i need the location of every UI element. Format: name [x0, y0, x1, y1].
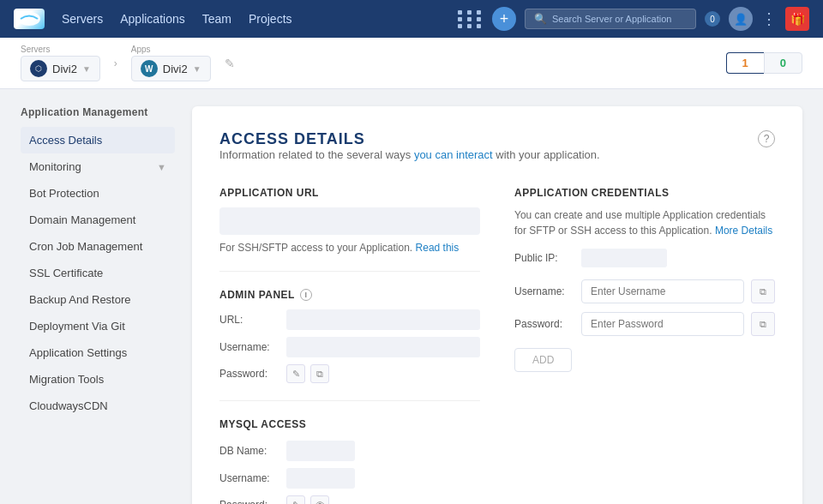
status-counters: 1 0 — [726, 52, 802, 74]
user-avatar[interactable]: 👤 — [729, 7, 753, 31]
username-input-row: Username: ⧉ — [514, 279, 775, 303]
sidebar-item-label: Access Details — [29, 134, 102, 147]
server-dropdown-icon: ▼ — [82, 64, 91, 74]
password-input[interactable] — [581, 312, 744, 336]
nav-projects[interactable]: Projects — [249, 12, 292, 26]
sidebar-item-cloudways-cdn[interactable]: CloudwaysCDN — [21, 393, 175, 419]
admin-url-value — [286, 309, 480, 330]
two-column-layout: APPLICATION URL For SSH/SFTP access to y… — [219, 187, 775, 504]
search-icon: 🔍 — [534, 13, 547, 25]
search-placeholder: Search Server or Application — [552, 14, 671, 24]
chevron-down-icon: ▼ — [157, 162, 166, 172]
breadcrumb-arrow: › — [114, 57, 117, 69]
sidebar-item-backup[interactable]: Backup And Restore — [21, 286, 175, 313]
admin-username-label: Username: — [219, 341, 279, 353]
app-selector[interactable]: W Divi2 ▼ — [131, 56, 211, 81]
sidebar-item-label: Deployment Via Git — [29, 320, 125, 333]
mysql-password-edit-icon[interactable]: ✎ — [286, 495, 305, 504]
nav-team[interactable]: Team — [202, 12, 231, 26]
sidebar-item-app-settings[interactable]: Application Settings — [21, 339, 175, 366]
sidebar-item-cron-job[interactable]: Cron Job Management — [21, 233, 175, 260]
wordpress-icon: W — [141, 60, 158, 77]
subtitle-link[interactable]: you can interact — [414, 148, 493, 161]
mysql-db-label: DB Name: — [219, 445, 279, 457]
server-name: Divi2 — [52, 63, 77, 75]
mysql-password-row: Password: ✎ 👁 — [219, 495, 480, 504]
app-url-section-label: APPLICATION URL — [219, 187, 480, 199]
more-details-link[interactable]: More Details — [715, 225, 772, 237]
username-copy-icon[interactable]: ⧉ — [751, 279, 775, 303]
sidebar-item-label: Migration Tools — [29, 373, 104, 386]
nav-links: Servers Applications Team Projects — [62, 12, 441, 26]
sidebar-item-bot-protection[interactable]: Bot Protection — [21, 180, 175, 207]
more-options-icon[interactable]: ⋮ — [761, 9, 777, 28]
nav-applications[interactable]: Applications — [120, 12, 185, 26]
admin-username-row: Username: — [219, 337, 480, 357]
content-panel: ACCESS DETAILS Information related to th… — [192, 106, 802, 504]
sidebar-item-label: Cron Job Management — [29, 240, 142, 253]
mysql-password-view-icon[interactable]: 👁 — [310, 495, 329, 504]
admin-panel-section-label: ADMIN PANEL i — [219, 289, 480, 301]
search-bar[interactable]: 🔍 Search Server or Application — [525, 9, 696, 29]
page-title: ACCESS DETAILS — [219, 130, 600, 148]
sidebar-item-access-details[interactable]: Access Details — [21, 127, 175, 153]
app-url-bar — [219, 207, 480, 235]
section-divider-2 — [219, 400, 480, 401]
password-copy-icon[interactable]: ⧉ — [751, 312, 775, 336]
top-navigation: Servers Applications Team Projects + 🔍 S… — [0, 0, 823, 38]
apps-grid-icon[interactable] — [458, 10, 484, 28]
credentials-description: You can create and use multiple Applicat… — [514, 207, 775, 238]
mysql-username-label: Username: — [219, 472, 279, 484]
add-button[interactable]: + — [492, 7, 516, 31]
sidebar-item-migration-tools[interactable]: Migration Tools — [21, 366, 175, 393]
read-this-link[interactable]: Read this — [416, 242, 460, 254]
sidebar-item-domain-management[interactable]: Domain Management — [21, 207, 175, 233]
edit-app-icon[interactable]: ✎ — [225, 57, 235, 70]
username-field-label: Username: — [514, 285, 574, 297]
nav-servers[interactable]: Servers — [62, 12, 103, 26]
username-input[interactable] — [581, 279, 744, 303]
sidebar-item-label: Domain Management — [29, 213, 135, 226]
page-subtitle: Information related to the several ways … — [219, 148, 600, 161]
gift-button[interactable]: 🎁 — [785, 7, 809, 31]
notification-badge[interactable]: 0 — [705, 11, 720, 27]
apps-breadcrumb: Apps W Divi2 ▼ — [131, 45, 211, 81]
sidebar-item-deployment[interactable]: Deployment Via Git — [21, 313, 175, 339]
warning-counter[interactable]: 1 — [726, 52, 764, 74]
sidebar-item-label: SSL Certificate — [29, 267, 103, 279]
url-note: For SSH/SFTP access to your Application.… — [219, 242, 480, 254]
public-ip-label: Public IP: — [514, 252, 574, 264]
warning-count: 1 — [742, 57, 748, 69]
section-divider — [219, 271, 480, 272]
sidebar-item-label: Application Settings — [29, 346, 127, 359]
admin-url-row: URL: — [219, 309, 480, 330]
sidebar-item-ssl[interactable]: SSL Certificate — [21, 260, 175, 286]
mysql-password-actions: ✎ 👁 — [286, 495, 329, 504]
password-input-row: Password: ⧉ — [514, 312, 775, 336]
app-dropdown-icon: ▼ — [193, 64, 201, 74]
mysql-password-label: Password: — [219, 499, 279, 504]
admin-password-edit-icon[interactable]: ✎ — [286, 364, 305, 383]
app-name: Divi2 — [163, 63, 188, 75]
content-header: ACCESS DETAILS Information related to th… — [219, 130, 775, 182]
admin-password-label: Password: — [219, 368, 279, 380]
sidebar-item-label: CloudwaysCDN — [29, 399, 108, 412]
admin-password-actions: ✎ ⧉ — [286, 364, 329, 383]
add-credentials-button[interactable]: ADD — [514, 348, 572, 372]
server-icon: ⬡ — [30, 60, 47, 77]
sidebar-item-monitoring[interactable]: Monitoring ▼ — [21, 153, 175, 180]
mysql-username-row: Username: — [219, 468, 480, 489]
admin-username-value — [286, 337, 480, 357]
logo[interactable] — [14, 9, 45, 29]
breadcrumb-left: Servers ⬡ Divi2 ▼ › Apps W Divi2 ▼ ✎ — [21, 45, 235, 81]
mysql-section-label: MYSQL ACCESS — [219, 418, 480, 430]
right-column: APPLICATION CREDENTIALS You can create a… — [514, 187, 775, 504]
admin-panel-info-icon[interactable]: i — [300, 289, 312, 301]
public-ip-value — [581, 249, 667, 267]
servers-breadcrumb: Servers ⬡ Divi2 ▼ — [21, 45, 100, 81]
left-column: APPLICATION URL For SSH/SFTP access to y… — [219, 187, 480, 504]
server-selector[interactable]: ⬡ Divi2 ▼ — [21, 56, 100, 81]
admin-password-copy-icon[interactable]: ⧉ — [310, 364, 329, 383]
ok-counter[interactable]: 0 — [764, 52, 802, 74]
help-icon[interactable]: ? — [758, 130, 775, 147]
